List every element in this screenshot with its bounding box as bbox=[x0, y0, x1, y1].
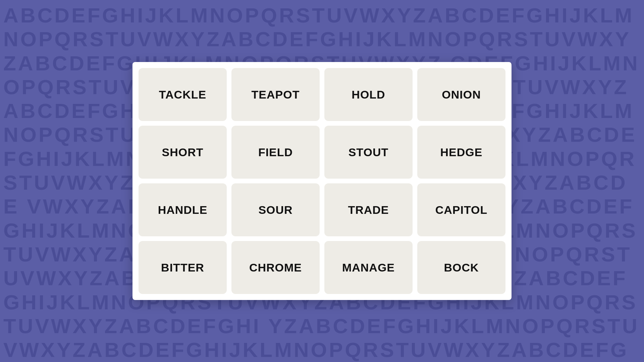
word-card-manage[interactable]: MANAGE bbox=[324, 241, 413, 294]
word-label-bitter: BITTER bbox=[161, 261, 204, 274]
word-card-teapot[interactable]: TEAPOT bbox=[231, 68, 320, 121]
word-card-chrome[interactable]: CHROME bbox=[231, 241, 320, 294]
word-card-trade[interactable]: TRADE bbox=[324, 183, 413, 236]
word-label-onion: ONION bbox=[442, 88, 481, 101]
word-label-trade: TRADE bbox=[348, 203, 389, 217]
word-label-hedge: HEDGE bbox=[440, 146, 483, 159]
word-label-field: FIELD bbox=[258, 146, 293, 159]
word-grid-panel: TACKLETEAPOTHOLDONIONSHORTFIELDSTOUTHEDG… bbox=[132, 62, 512, 300]
word-label-sour: SOUR bbox=[258, 203, 292, 217]
word-card-short[interactable]: SHORT bbox=[139, 126, 227, 179]
word-card-stout[interactable]: STOUT bbox=[324, 126, 413, 179]
word-grid: TACKLETEAPOTHOLDONIONSHORTFIELDSTOUTHEDG… bbox=[139, 68, 505, 294]
word-card-bock[interactable]: BOCK bbox=[417, 241, 505, 294]
word-label-hold: HOLD bbox=[352, 88, 385, 101]
word-card-tackle[interactable]: TACKLE bbox=[139, 68, 227, 121]
word-label-stout: STOUT bbox=[348, 146, 389, 159]
word-card-bitter[interactable]: BITTER bbox=[139, 241, 227, 294]
word-label-chrome: CHROME bbox=[249, 261, 302, 274]
word-card-field[interactable]: FIELD bbox=[231, 126, 320, 179]
word-label-handle: HANDLE bbox=[158, 203, 208, 217]
word-label-short: SHORT bbox=[162, 146, 204, 159]
word-label-tackle: TACKLE bbox=[159, 88, 206, 101]
word-card-sour[interactable]: SOUR bbox=[231, 183, 320, 236]
word-label-teapot: TEAPOT bbox=[252, 88, 300, 101]
word-card-hold[interactable]: HOLD bbox=[324, 68, 413, 121]
word-card-hedge[interactable]: HEDGE bbox=[417, 126, 505, 179]
word-card-onion[interactable]: ONION bbox=[417, 68, 505, 121]
word-card-capitol[interactable]: CAPITOL bbox=[417, 183, 505, 236]
word-label-bock: BOCK bbox=[444, 261, 479, 274]
word-label-capitol: CAPITOL bbox=[435, 203, 488, 217]
word-label-manage: MANAGE bbox=[342, 261, 395, 274]
word-card-handle[interactable]: HANDLE bbox=[139, 183, 227, 236]
